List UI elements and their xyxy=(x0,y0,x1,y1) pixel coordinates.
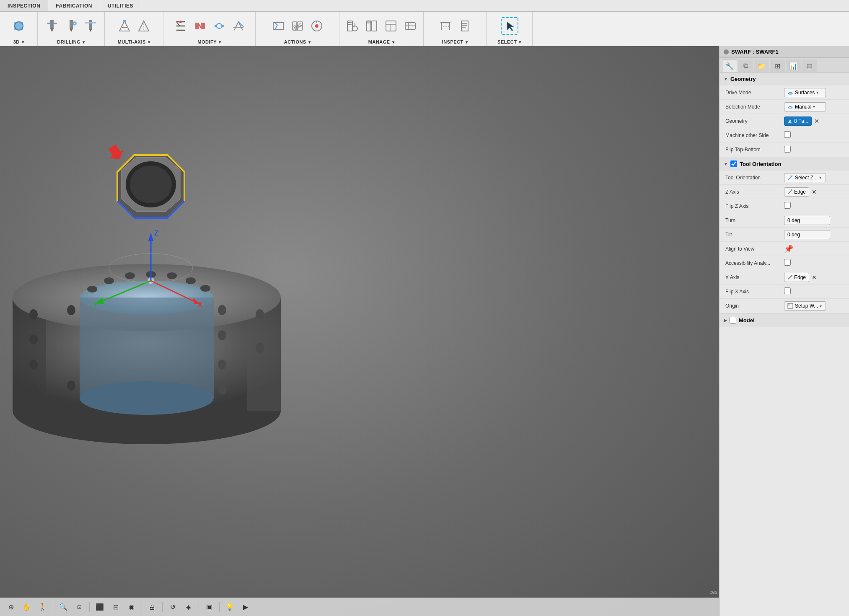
tool-orientation-value: Select Z... ▾ xyxy=(784,173,843,182)
svg-point-67 xyxy=(29,385,38,395)
svg-rect-38 xyxy=(367,21,371,23)
manage-icon2[interactable] xyxy=(363,17,380,35)
modify-icon2[interactable] xyxy=(191,17,209,35)
tilt-label: Tilt xyxy=(725,232,784,238)
modify-icon1[interactable] xyxy=(172,17,189,35)
multiaxis-label[interactable]: MULTI-AXIS xyxy=(118,39,150,45)
x-axis-edge-btn[interactable]: Edge xyxy=(784,273,809,282)
model-enable-checkbox[interactable] xyxy=(730,317,736,324)
actions-label[interactable]: ACTIONS xyxy=(284,39,311,45)
z-axis-clear-btn[interactable]: ✕ xyxy=(811,189,818,195)
actions-icon2[interactable]: G1G2G xyxy=(289,17,306,35)
geometry-selection-icon xyxy=(787,119,792,124)
modify-label[interactable]: MODIFY xyxy=(197,39,221,45)
refresh-icon[interactable]: ↺ xyxy=(166,600,179,614)
inspect-icon1[interactable] xyxy=(437,17,454,35)
tab-wrench[interactable]: 🔧 xyxy=(722,60,737,72)
tab-table[interactable]: ▤ xyxy=(802,60,817,72)
origin-dropdown[interactable]: Setup W... ▾ xyxy=(784,301,826,311)
tab-chart[interactable]: 📊 xyxy=(786,60,801,72)
tab-grid[interactable]: ⊞ xyxy=(770,60,785,72)
sphere-icon[interactable]: ◈ xyxy=(182,600,195,614)
actions-icon1[interactable] xyxy=(269,17,287,35)
surfaces-icon xyxy=(787,90,793,96)
tool-orientation-dropdown[interactable]: Select Z... ▾ xyxy=(784,173,826,182)
machine-other-side-checkbox[interactable] xyxy=(784,131,791,138)
selectz-icon xyxy=(787,175,793,181)
window-icon[interactable]: ▣ xyxy=(202,600,216,614)
selection-mode-dropdown[interactable]: Manual ▾ xyxy=(784,102,826,111)
flip-top-bottom-checkbox[interactable] xyxy=(784,146,791,153)
print-icon[interactable]: 🖨 xyxy=(145,600,159,614)
nav-tab-inspection[interactable]: INSPECTION xyxy=(0,0,48,11)
3d-label[interactable]: 3D xyxy=(13,39,24,45)
svg-point-93 xyxy=(788,93,792,95)
geometry-section-header[interactable]: ▼ Geometry xyxy=(720,72,849,85)
svg-text:G: G xyxy=(298,23,302,28)
pin-icon[interactable]: 📌 xyxy=(784,245,793,253)
drill-icon2[interactable] xyxy=(62,17,80,35)
tab-folder[interactable]: 📁 xyxy=(754,60,769,72)
flip-z-axis-checkbox[interactable] xyxy=(784,202,791,209)
svg-point-59 xyxy=(125,272,135,279)
nav-tabs-row: INSPECTION FABRICATION UTILITIES xyxy=(0,0,849,12)
tilt-input[interactable] xyxy=(784,230,830,239)
drive-mode-dropdown[interactable]: Surfaces ▾ xyxy=(784,88,826,97)
geometry-selection-btn[interactable]: 8 Fa... xyxy=(784,116,812,126)
nav-tab-utilities[interactable]: UTILITIES xyxy=(100,0,141,11)
geometry-clear-btn[interactable]: ✕ xyxy=(813,118,820,124)
panel-title: SWARF : SWARF1 xyxy=(731,49,779,55)
zoom-box-icon[interactable]: ⊡ xyxy=(72,600,86,614)
viewport[interactable]: Z Y X ces ⊕ ✋ 🚶 🔍 ⊡ ⬛ ⊞ xyxy=(0,46,719,616)
close-dot xyxy=(724,49,729,54)
turn-input[interactable] xyxy=(784,216,830,225)
drill-icon1[interactable] xyxy=(43,17,61,35)
manage-label[interactable]: MANAGE xyxy=(368,39,394,45)
tool-orientation-enable-checkbox[interactable] xyxy=(730,160,737,167)
svg-rect-19 xyxy=(201,23,205,29)
light-icon[interactable]: 💡 xyxy=(223,600,236,614)
actions-icon3[interactable] xyxy=(308,17,326,35)
z-axis-edge-icon xyxy=(787,189,792,194)
z-axis-edge-btn[interactable]: Edge xyxy=(784,187,809,197)
svg-rect-13 xyxy=(85,22,96,23)
move-icon[interactable]: ⊕ xyxy=(4,600,18,614)
accessibility-checkbox[interactable] xyxy=(784,259,791,266)
drilling-label[interactable]: DRILLING xyxy=(57,39,85,45)
multiaxis-icon2[interactable] xyxy=(135,17,153,35)
nav-tab-fabrication[interactable]: FABRICATION xyxy=(48,0,100,11)
tool-orientation-collapse-arrow: ▼ xyxy=(724,162,728,166)
align-to-view-value: 📌 xyxy=(784,244,843,254)
drill-icon3[interactable] xyxy=(82,17,99,35)
manual-icon xyxy=(787,104,793,110)
select-icon[interactable] xyxy=(501,17,518,35)
zoom-icon[interactable]: 🔍 xyxy=(57,600,70,614)
select-label[interactable]: SELECT xyxy=(497,39,521,45)
turn-label: Turn xyxy=(725,217,784,223)
manage-icon4[interactable] xyxy=(401,17,419,35)
tool-orientation-section-header[interactable]: ▼ Tool Orientation xyxy=(720,157,849,171)
manage-icon3[interactable] xyxy=(382,17,400,35)
svg-point-22 xyxy=(215,25,217,27)
x-axis-clear-btn[interactable]: ✕ xyxy=(811,274,818,281)
view-icon[interactable]: ⬛ xyxy=(93,600,106,614)
modify-icon4[interactable] xyxy=(230,17,247,35)
model-section-header[interactable]: ▶ Model xyxy=(720,313,849,327)
3d-icon[interactable] xyxy=(10,17,28,35)
display-icon[interactable]: ◉ xyxy=(125,600,138,614)
grid-icon[interactable]: ⊞ xyxy=(109,600,122,614)
flip-x-axis-checkbox[interactable] xyxy=(784,287,791,294)
tab-layers[interactable]: ⧉ xyxy=(738,60,753,72)
inspect-label[interactable]: INSPECT xyxy=(442,39,468,45)
drive-mode-arrow: ▾ xyxy=(816,90,818,95)
modify-icon3[interactable] xyxy=(210,17,228,35)
multiaxis-icon1[interactable] xyxy=(116,17,133,35)
tool-orientation-section-title: Tool Orientation xyxy=(740,161,781,167)
svg-rect-33 xyxy=(348,22,352,23)
hand-icon[interactable]: ✋ xyxy=(20,600,34,614)
flip-z-axis-value xyxy=(784,202,843,210)
walk-icon[interactable]: 🚶 xyxy=(36,600,49,614)
inspect-icon2[interactable] xyxy=(456,17,474,35)
manage-icon1[interactable] xyxy=(344,17,361,35)
arrow-right-icon[interactable]: ▶ xyxy=(239,600,252,614)
